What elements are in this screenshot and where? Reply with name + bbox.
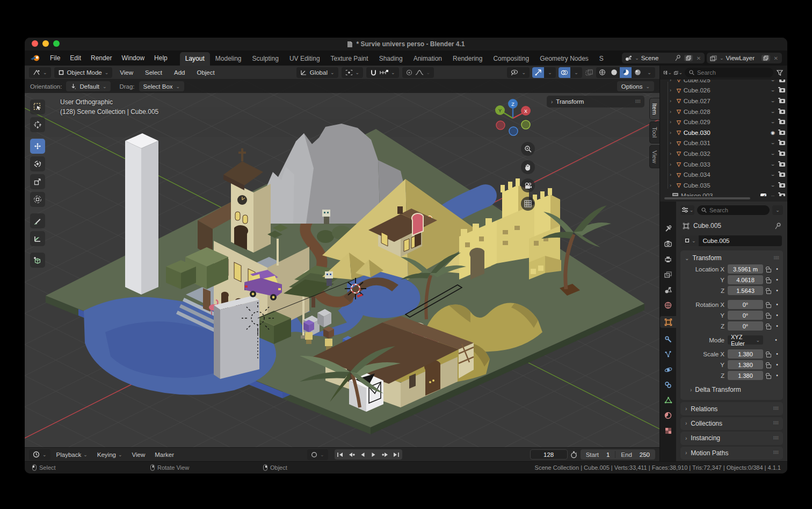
scene-selector[interactable]: ⌄ Scene ✕ [622, 53, 705, 63]
new-scene-button[interactable] [684, 55, 693, 61]
mode-selector[interactable]: Object Mode ⌄ [54, 67, 113, 78]
camera-view-button[interactable] [521, 178, 535, 192]
shading-solid-button[interactable] [608, 67, 620, 78]
tab-layout[interactable]: Layout [180, 52, 210, 66]
camera-visibility-icon[interactable] [779, 150, 785, 157]
overlays-toggle[interactable] [559, 67, 570, 78]
tab-sculpting[interactable]: Sculpting [247, 52, 284, 66]
toggle-grid-button[interactable] [521, 197, 535, 211]
rotation-y-field[interactable]: 0° [728, 311, 763, 320]
editor-type-selector[interactable]: ⌄ [29, 67, 51, 78]
auto-keying-toggle[interactable]: ⌄ [307, 449, 328, 460]
lock-icon[interactable] [766, 354, 771, 357]
collections-panel[interactable]: ›Collections⠿⠿ [680, 417, 783, 430]
tool-measure[interactable] [30, 231, 45, 246]
close-window-button[interactable] [32, 40, 38, 47]
outliner-row[interactable]: ›▽Cube.027⌣ [665, 96, 785, 106]
tab-object-active[interactable] [660, 316, 676, 328]
minimize-window-button[interactable] [42, 40, 49, 47]
hide-eye-icon[interactable]: ⌣ [769, 109, 777, 115]
display-mode-selector[interactable]: ⌄ [674, 69, 683, 76]
outliner-row[interactable]: ›▽Cube.029⌣ [665, 117, 785, 127]
outliner-row[interactable]: ›▽Cube.035⌣ [665, 180, 785, 191]
tab-output[interactable] [660, 255, 676, 263]
next-keyframe-button[interactable] [380, 449, 391, 460]
jump-to-start-button[interactable] [335, 449, 346, 460]
options-dropdown[interactable]: Options ⌄ [617, 81, 654, 91]
outliner-row-selected[interactable]: ›▽Cube.030◉ [665, 127, 785, 138]
lock-icon[interactable] [766, 375, 771, 379]
camera-visibility-icon[interactable] [779, 171, 785, 178]
menu-render[interactable]: Render [86, 53, 117, 63]
sidebar-tab-view[interactable]: View [649, 145, 659, 169]
outliner-row[interactable]: ›▽Cube.032⌣ [665, 148, 785, 159]
animate-dot[interactable]: • [774, 312, 780, 318]
white-pillar[interactable] [125, 133, 158, 295]
animate-dot[interactable]: • [774, 266, 780, 272]
jump-to-end-button[interactable] [391, 449, 402, 460]
outliner-row[interactable]: ›▽Cube.028⌣ [665, 106, 785, 117]
hide-eye-icon[interactable]: ⌣ [769, 119, 777, 125]
camera-visibility-icon[interactable] [779, 98, 785, 104]
shading-material-button[interactable] [620, 67, 632, 78]
tool-annotate[interactable] [30, 213, 45, 228]
tool-rotate[interactable] [30, 156, 45, 171]
scale-x-field[interactable]: 1.380 [728, 349, 763, 359]
camera-visibility-icon[interactable] [779, 109, 785, 115]
instancing-panel[interactable]: ›Instancing⠿⠿ [680, 432, 783, 445]
pin-icon[interactable] [673, 54, 682, 62]
animate-dot[interactable]: • [773, 337, 779, 343]
viewport-canvas[interactable] [25, 80, 659, 447]
hide-eye-icon[interactable]: ⌣ [769, 87, 777, 94]
location-z-field[interactable]: 1.5643 [728, 286, 763, 295]
outliner-row-collection[interactable]: ⌄Maison.003✓⌣ [665, 191, 785, 196]
lock-icon[interactable] [766, 364, 771, 368]
tab-scripting-cut[interactable]: S [594, 52, 604, 66]
chevron-right-icon[interactable]: › [551, 99, 553, 105]
menu-object[interactable]: Object [192, 68, 219, 77]
chevron-down-icon[interactable]: ⌄ [720, 55, 724, 61]
snap-target-dropdown[interactable]: ⌄ [342, 67, 364, 78]
scale-y-field[interactable]: 1.380 [728, 360, 763, 369]
tab-rendering[interactable]: Rendering [447, 52, 488, 66]
hide-eye-icon[interactable]: ⌣ [769, 150, 777, 157]
hide-eye-icon[interactable]: ⌣ [769, 80, 777, 83]
use-preview-range-toggle[interactable] [570, 451, 578, 458]
animate-dot[interactable]: • [774, 302, 780, 307]
location-x-field[interactable]: 3.5961 m [728, 264, 763, 274]
animate-dot[interactable]: • [774, 351, 780, 357]
menu-edit[interactable]: Edit [65, 53, 86, 63]
camera-visibility-icon[interactable] [779, 119, 785, 125]
prev-keyframe-button[interactable] [346, 449, 357, 460]
outliner-row[interactable]: ›▽Cube.031⌣ [665, 138, 785, 149]
current-frame-field[interactable]: 128 [530, 449, 568, 460]
tool-transform[interactable] [30, 192, 45, 207]
rotation-mode-dropdown[interactable]: XYZ Euler⌄ [728, 335, 763, 345]
camera-visibility-icon[interactable] [779, 130, 785, 136]
lock-icon[interactable] [766, 326, 771, 329]
menu-marker[interactable]: Marker [151, 450, 178, 459]
camera-visibility-icon[interactable] [779, 87, 785, 94]
sidebar-tab-item[interactable]: Item [649, 98, 659, 120]
animate-dot[interactable]: • [774, 277, 780, 283]
proportional-editing-toggle[interactable]: ⌄ [402, 67, 434, 78]
tab-modeling[interactable]: Modeling [210, 52, 247, 66]
new-view-layer-button[interactable] [762, 55, 770, 61]
animate-dot[interactable]: • [774, 372, 780, 378]
tab-shading[interactable]: Shading [374, 52, 408, 66]
shading-rendered-button[interactable] [632, 67, 643, 78]
view-layer-selector[interactable]: ⌄ ViewLayer ✕ [707, 53, 782, 63]
pin-id-icon[interactable] [775, 223, 781, 230]
object-name-field[interactable]: Cube.005 [699, 235, 782, 246]
lock-icon[interactable] [766, 304, 771, 308]
lock-icon[interactable] [766, 290, 771, 294]
tab-uv-editing[interactable]: UV Editing [284, 52, 325, 66]
menu-view[interactable]: View [115, 68, 137, 77]
tab-texture[interactable] [660, 427, 676, 435]
transform-overlay-panel[interactable]: › Transform ⠿⠿ [547, 96, 644, 107]
menu-window[interactable]: Window [117, 53, 149, 63]
camera-visibility-icon[interactable] [779, 80, 785, 83]
checkbox[interactable]: ✓ [760, 192, 766, 196]
pan-hand-button[interactable] [521, 160, 535, 174]
delta-transform-header[interactable]: ›Delta Transform [685, 384, 779, 396]
